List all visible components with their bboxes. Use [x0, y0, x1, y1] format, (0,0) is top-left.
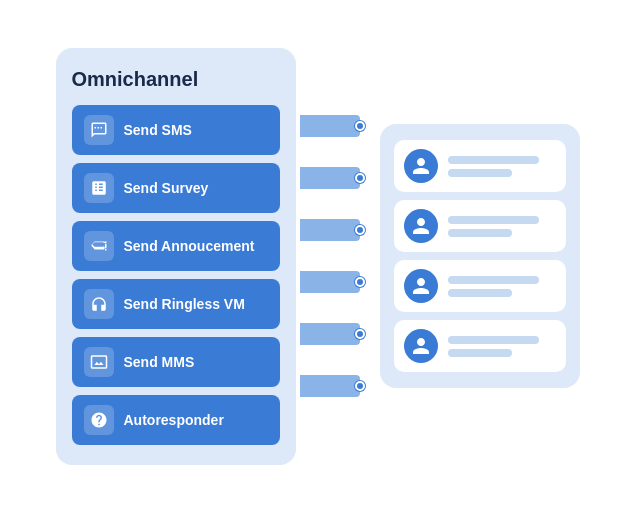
contact-lines-3	[448, 276, 556, 297]
connector-area	[300, 100, 380, 412]
ringless-icon	[84, 289, 114, 319]
menu-item-autoresponder[interactable]: Autoresponder	[72, 395, 280, 445]
connector-dot-4	[355, 277, 365, 287]
connector-row-1	[300, 100, 380, 152]
ringless-label: Send Ringless VM	[124, 296, 245, 312]
connector-row-5	[300, 308, 380, 360]
contact-lines-2	[448, 216, 556, 237]
contact-line-3b	[448, 289, 513, 297]
contact-lines-1	[448, 156, 556, 177]
connector-dot-2	[355, 173, 365, 183]
contact-line-1a	[448, 156, 540, 164]
connector-bar-6	[300, 375, 360, 397]
survey-label: Send Survey	[124, 180, 209, 196]
menu-item-ringless[interactable]: Send Ringless VM	[72, 279, 280, 329]
right-panel	[380, 124, 580, 388]
contact-card-3	[394, 260, 566, 312]
contact-lines-4	[448, 336, 556, 357]
contact-line-1b	[448, 169, 513, 177]
connector-bar-3	[300, 219, 360, 241]
announcement-label: Send Annoucement	[124, 238, 255, 254]
mms-label: Send MMS	[124, 354, 195, 370]
connector-dot-1	[355, 121, 365, 131]
left-panel: Omnichannel Send SMS Send Survey Send An…	[56, 48, 296, 465]
connector-bar-2	[300, 167, 360, 189]
avatar-4	[404, 329, 438, 363]
connector-row-3	[300, 204, 380, 256]
contact-card-4	[394, 320, 566, 372]
avatar-3	[404, 269, 438, 303]
contact-line-2a	[448, 216, 540, 224]
menu-item-survey[interactable]: Send Survey	[72, 163, 280, 213]
sms-icon	[84, 115, 114, 145]
connector-row-2	[300, 152, 380, 204]
contact-card-2	[394, 200, 566, 252]
announcement-icon	[84, 231, 114, 261]
connector-dot-3	[355, 225, 365, 235]
avatar-1	[404, 149, 438, 183]
menu-item-announcement[interactable]: Send Annoucement	[72, 221, 280, 271]
contact-line-4a	[448, 336, 540, 344]
connector-dot-6	[355, 381, 365, 391]
contact-line-3a	[448, 276, 540, 284]
sms-label: Send SMS	[124, 122, 192, 138]
panel-title: Omnichannel	[72, 68, 280, 91]
connector-dot-5	[355, 329, 365, 339]
contact-line-2b	[448, 229, 513, 237]
menu-item-mms[interactable]: Send MMS	[72, 337, 280, 387]
connector-row-4	[300, 256, 380, 308]
connector-bar-5	[300, 323, 360, 345]
connector-bar-1	[300, 115, 360, 137]
mms-icon	[84, 347, 114, 377]
connector-row-6	[300, 360, 380, 412]
avatar-2	[404, 209, 438, 243]
main-container: Omnichannel Send SMS Send Survey Send An…	[56, 48, 580, 465]
contact-card-1	[394, 140, 566, 192]
autoresponder-icon	[84, 405, 114, 435]
contact-line-4b	[448, 349, 513, 357]
autoresponder-label: Autoresponder	[124, 412, 224, 428]
survey-icon	[84, 173, 114, 203]
menu-item-sms[interactable]: Send SMS	[72, 105, 280, 155]
connector-bar-4	[300, 271, 360, 293]
